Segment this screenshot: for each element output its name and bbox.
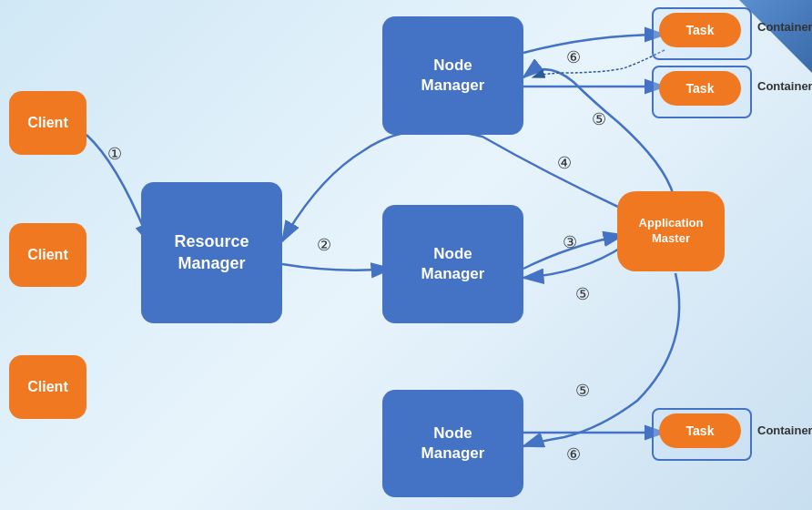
step-3-label: ③ (563, 232, 577, 252)
task-bottom: Task (659, 413, 741, 448)
container-top-1-label: Container (757, 20, 812, 34)
step-5a-label: ⑤ (592, 109, 606, 129)
step-5c-label: ⑤ (575, 381, 590, 401)
task-mid-top: Task (659, 71, 741, 106)
step-2-label: ② (317, 235, 331, 255)
application-master: ApplicationMaster (617, 191, 725, 271)
step-6a-label: ⑥ (566, 47, 581, 67)
client-2: Client (9, 223, 86, 287)
node-manager-bottom: NodeManager (382, 390, 523, 497)
container-top-2-label: Container (757, 79, 812, 93)
task-top: Task (659, 13, 741, 47)
step-4-label: ④ (557, 153, 572, 173)
step-6b-label: ⑥ (566, 444, 581, 464)
resource-manager: ResourceManager (141, 182, 282, 323)
container-bottom-label: Container (757, 423, 812, 437)
node-manager-top: NodeManager (382, 16, 523, 135)
client-1: Client (9, 91, 86, 155)
diagram-container: Client Client Client ResourceManager Nod… (0, 0, 812, 510)
step-1-label: ① (107, 144, 122, 164)
client-3: Client (9, 355, 86, 419)
node-manager-mid: NodeManager (382, 205, 523, 323)
step-5b-label: ⑤ (575, 284, 590, 304)
